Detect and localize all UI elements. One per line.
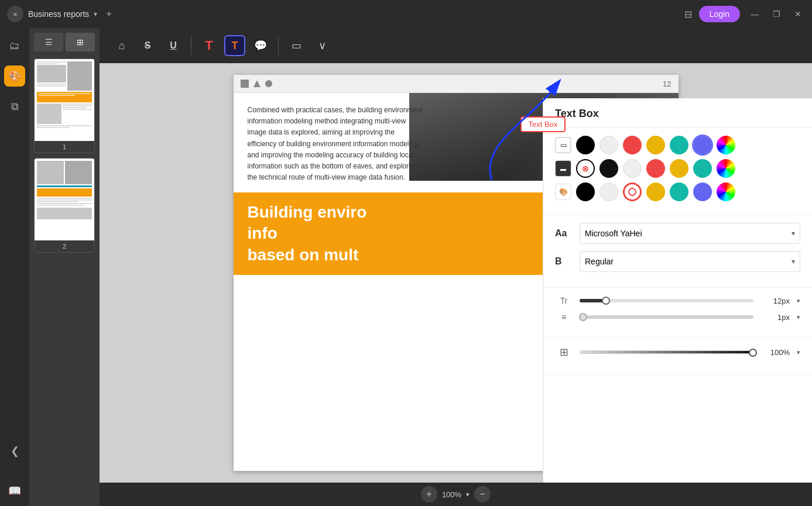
weight-dropdown-icon: ▾	[792, 257, 795, 266]
tab-title: Business reports	[28, 9, 89, 19]
font-family-value: Microsoft YaHei	[585, 229, 642, 238]
swatch-row-2: ▬ ⊗	[555, 159, 800, 178]
slider-thumb[interactable]	[602, 297, 610, 305]
font-size-dropdown[interactable]: ▾	[797, 297, 800, 305]
thumbnail-1-preview	[35, 59, 94, 141]
swatch-multi-1[interactable]	[717, 136, 735, 154]
text-box-button[interactable]: T	[224, 35, 245, 56]
sidebar-collapse-icon[interactable]: ❮	[4, 440, 25, 462]
left-sidebar: 🗂 🎨 ⧉ ❮ 📖	[0, 28, 29, 506]
swatch-red-1[interactable]	[623, 136, 642, 154]
border-style-icon[interactable]: ▭	[555, 137, 571, 153]
sidebar-book-icon[interactable]: 📖	[4, 480, 25, 501]
swatch-white-2[interactable]	[623, 159, 642, 178]
add-tab-button[interactable]: +	[102, 7, 116, 21]
swatch-row-3: 🎨	[555, 183, 800, 201]
swatch-white-1[interactable]	[599, 136, 618, 154]
zoom-out-button[interactable]: −	[474, 486, 491, 502]
doc-header-bar: 12	[234, 75, 679, 92]
strikethrough-button[interactable]: S	[137, 35, 158, 56]
swatch-black-3[interactable]	[576, 183, 595, 201]
toolbar-separator-1	[191, 36, 191, 55]
font-size-slider[interactable]	[580, 299, 753, 302]
swatch-red-3-selected[interactable]	[623, 183, 642, 201]
text-box-panel: Text Box ▭	[543, 98, 812, 483]
swatch-yellow-1[interactable]	[646, 136, 665, 154]
titlebar-right: ⊟ Login — ❐ ✕	[684, 6, 805, 22]
main-content: 12 Combined with practical cases, the bu…	[100, 63, 812, 483]
swatch-black-1[interactable]	[576, 136, 595, 154]
font-weight-value: Regular	[585, 257, 614, 266]
sidebar-layers-icon[interactable]: ⧉	[4, 96, 25, 117]
close-window-button[interactable]: ✕	[791, 7, 805, 21]
doc-body-text: Combined with practical cases, the build…	[248, 105, 423, 183]
font-family-select[interactable]: Microsoft YaHei ▾	[580, 223, 800, 244]
swatch-outline-x[interactable]: ⊗	[576, 159, 595, 178]
font-weight-select[interactable]: Regular ▾	[580, 251, 800, 272]
swatch-teal-2[interactable]	[693, 159, 712, 178]
zoom-bar: + 100% ▾ −	[100, 483, 812, 506]
swatch-multi-2[interactable]	[717, 159, 735, 178]
home-icon: ⌂	[119, 40, 125, 52]
zoom-in-button[interactable]: +	[421, 486, 437, 502]
thumbnail-2-preview	[35, 159, 94, 240]
swatch-teal-3[interactable]	[670, 183, 688, 201]
size-Tr-label: Tr	[560, 296, 568, 305]
list-view-button[interactable]: ☰	[34, 33, 63, 51]
minimize-button[interactable]: —	[747, 7, 762, 21]
rectangle-button[interactable]: ▭	[286, 35, 307, 56]
swatch-black-2[interactable]	[599, 159, 618, 178]
opacity-section: ⊞ 100% ▾	[543, 338, 812, 374]
line-height-symbol: ≡	[561, 312, 566, 322]
titlebar: × Business reports ▾ + ⊟ Login — ❐ ✕	[0, 0, 812, 28]
line-height-icon: ≡	[555, 312, 573, 322]
swatch-multi-3[interactable]	[717, 183, 735, 201]
swatch-indigo-1[interactable]	[693, 136, 712, 154]
sidebar-folder-icon[interactable]: 🗂	[4, 35, 25, 56]
close-tab-icon: ×	[13, 10, 18, 19]
checkered-icon: ⊞	[560, 346, 568, 359]
comment-button[interactable]: 💬	[250, 35, 271, 56]
main-layout: 🗂 🎨 ⧉ ❮ 📖 ☰ ⊞	[0, 28, 812, 506]
panel-title: Text Box	[543, 98, 812, 128]
opacity-value: 100%	[760, 348, 790, 357]
swatch-teal-1[interactable]	[670, 136, 688, 154]
line-slider-thumb[interactable]	[579, 313, 587, 321]
sidebar-paint-icon[interactable]: 🎨	[4, 66, 25, 87]
text-color-button[interactable]: T	[198, 35, 220, 56]
shapes-dropdown-button[interactable]: ∨	[311, 35, 333, 56]
home-button[interactable]: ⌂	[111, 35, 132, 56]
maximize-button[interactable]: ❐	[769, 7, 784, 21]
font-label: Aa	[555, 228, 573, 239]
grid-view-button[interactable]: ⊞	[66, 33, 95, 51]
line-height-slider[interactable]	[580, 315, 753, 319]
opacity-dropdown[interactable]: ▾	[797, 349, 800, 356]
thumbnail-page-1[interactable]: 1	[34, 58, 95, 153]
font-weight-row: B Regular ▾	[555, 251, 800, 272]
text-box-icon: T	[232, 40, 238, 52]
circle-shape	[265, 80, 272, 87]
swatch-red-2[interactable]	[646, 159, 665, 178]
tab-close-button[interactable]: ×	[7, 6, 23, 22]
text-box-tooltip-label: Text Box	[529, 120, 558, 129]
paint-icon[interactable]: 🎨	[555, 184, 571, 200]
swatch-yellow-3[interactable]	[646, 183, 665, 201]
opacity-slider[interactable]	[580, 350, 753, 354]
underline-button[interactable]: U	[163, 35, 184, 56]
swatch-white-3[interactable]	[599, 183, 618, 201]
filled-border-icon[interactable]: ▬	[555, 160, 571, 177]
tab-dropdown-icon[interactable]: ▾	[94, 10, 97, 18]
line-height-dropdown[interactable]: ▾	[797, 314, 800, 321]
login-button[interactable]: Login	[699, 6, 740, 22]
swatch-indigo-3[interactable]	[693, 183, 712, 201]
weight-label: B	[555, 256, 573, 267]
thumbnail-page-2[interactable]: 2	[34, 158, 95, 253]
content-wrapper: ⌂ S U T T 💬 ▭ ∨	[100, 28, 812, 506]
swatch-yellow-2[interactable]	[670, 159, 688, 178]
font-size-row: Tr 12px ▾	[555, 296, 800, 305]
page-number: 12	[663, 80, 671, 88]
opacity-thumb[interactable]	[749, 349, 757, 357]
triangle-shape	[253, 80, 261, 87]
zoom-dropdown-icon[interactable]: ▾	[466, 491, 470, 498]
layout-toggle-icon[interactable]: ⊟	[684, 9, 692, 20]
